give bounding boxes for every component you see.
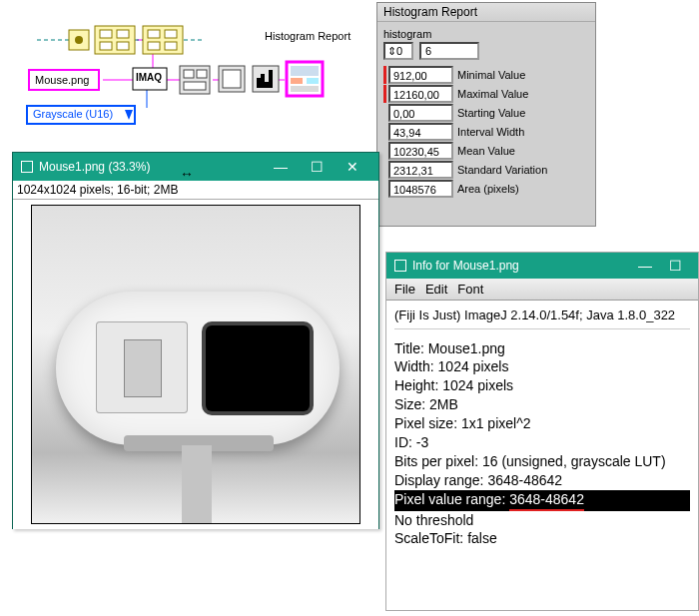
svg-rect-8 <box>148 30 160 38</box>
info-height-row: Height: 1024 pixels <box>394 376 690 395</box>
menu-file[interactable]: File <box>394 282 415 297</box>
hist-row-value[interactable]: 0,00 <box>388 104 453 122</box>
hist-row-value[interactable]: 912,00 <box>388 66 453 84</box>
hist-row-label: Standard Variation <box>455 161 589 179</box>
hist-row-marker <box>383 161 386 179</box>
image-window-subtitle: 1024x1024 pixels; 16-bit; 2MB <box>13 181 378 200</box>
histogram-rows: 912,00Minimal Value12160,00Maximal Value… <box>383 66 589 198</box>
hist-row-value[interactable]: 1048576 <box>388 180 453 198</box>
info-size-row: Size: 2MB <box>394 395 690 414</box>
close-button[interactable]: ✕ <box>335 159 370 175</box>
svg-rect-4 <box>117 30 129 38</box>
svg-rect-5 <box>100 42 112 50</box>
svg-rect-23 <box>291 78 303 84</box>
svg-rect-9 <box>165 30 177 38</box>
minimize-button[interactable]: — <box>630 258 660 274</box>
maximize-button[interactable]: ☐ <box>660 258 690 274</box>
svg-rect-3 <box>100 30 112 38</box>
svg-rect-17 <box>184 82 206 90</box>
hist-row-label: Interval Width <box>455 123 589 141</box>
svg-rect-6 <box>117 42 129 50</box>
image-window-titlebar[interactable]: Mouse1.png (33.3%) — ☐ ✕ <box>13 153 378 181</box>
hist-row-label: Mean Value <box>455 142 589 160</box>
app-icon <box>394 260 406 272</box>
svg-rect-15 <box>184 70 194 78</box>
app-icon <box>21 161 33 173</box>
hist-row-marker <box>383 104 386 122</box>
svg-rect-19 <box>223 70 241 88</box>
hist-row-marker <box>383 85 386 103</box>
hist-row-label: Minimal Value <box>455 66 589 84</box>
info-pixelsize-row: Pixel size: 1x1 pixel^2 <box>394 414 690 433</box>
histogram-subtitle: histogram <box>383 28 589 40</box>
labview-block-diagram: Histogram Report Mouse.png IMAQ Grayscal… <box>25 8 364 128</box>
svg-rect-22 <box>291 66 319 76</box>
info-display-range-row: Display range: 3648-48642 <box>394 471 690 490</box>
info-scalefit-row: ScaleToFit: false <box>394 529 690 548</box>
info-id-row: ID: -3 <box>394 433 690 452</box>
hist-row-value[interactable]: 10230,45 <box>388 142 453 160</box>
hist-row-marker <box>383 66 386 84</box>
minimize-button[interactable]: — <box>263 159 299 175</box>
maximize-button[interactable]: ☐ <box>299 159 335 175</box>
info-meta-line: (Fiji Is Just) ImageJ 2.14.0/1.54f; Java… <box>394 307 690 329</box>
hist-row-marker <box>383 142 386 160</box>
diagram-imaq-label: IMAQ <box>136 72 162 83</box>
info-menu-bar: File Edit Font <box>386 279 698 301</box>
info-window-title: Info for Mouse1.png <box>412 259 519 273</box>
info-bpp-row: Bits per pixel: 16 (unsigned, grayscale … <box>394 452 690 471</box>
svg-rect-24 <box>307 78 319 84</box>
svg-rect-20 <box>253 66 279 92</box>
diagram-histogram-label: Histogram Report <box>265 30 350 42</box>
hist-row-label: Area (pixels) <box>455 180 589 198</box>
hist-row-marker <box>383 180 386 198</box>
info-title-row: Title: Mouse1.png <box>394 339 690 358</box>
info-body: (Fiji Is Just) ImageJ 2.14.0/1.54f; Java… <box>386 301 698 554</box>
stand-stem <box>182 445 212 524</box>
svg-point-1 <box>75 36 83 44</box>
info-width-row: Width: 1024 pixels <box>394 357 690 376</box>
svg-rect-16 <box>197 70 207 78</box>
hist-row-value[interactable]: 2312,31 <box>388 161 453 179</box>
image-window-title: Mouse1.png (33.3%) <box>39 160 150 174</box>
menu-font[interactable]: Font <box>457 282 483 297</box>
menu-edit[interactable]: Edit <box>425 282 447 297</box>
diagram-grayscale-dropdown-label[interactable]: Grayscale (U16) <box>33 108 113 120</box>
hist-row-value[interactable]: 43,94 <box>388 123 453 141</box>
svg-rect-25 <box>291 86 319 92</box>
mouse-xray <box>56 292 340 445</box>
hist-row-label: Starting Value <box>455 104 589 122</box>
image-canvas[interactable] <box>13 200 378 529</box>
histogram-report-panel: Histogram Report histogram ⇕0 6 912,00Mi… <box>376 2 596 227</box>
histogram-count-input[interactable]: 6 <box>419 42 479 60</box>
hist-row-value[interactable]: 12160,00 <box>388 85 453 103</box>
histogram-report-title: Histogram Report <box>377 3 595 22</box>
info-window-titlebar[interactable]: Info for Mouse1.png — ☐ <box>386 253 698 279</box>
image-window: Mouse1.png (33.3%) — ☐ ✕ 1024x1024 pixel… <box>12 152 379 529</box>
pixel-value-range-value: 3648-48642 <box>509 490 584 511</box>
svg-rect-10 <box>148 42 160 50</box>
info-window: Info for Mouse1.png — ☐ File Edit Font (… <box>385 252 699 611</box>
svg-rect-11 <box>165 42 177 50</box>
histogram-index-toggle[interactable]: ⇕0 <box>383 42 413 60</box>
hist-row-marker <box>383 123 386 141</box>
info-threshold-row: No threshold <box>394 511 690 530</box>
diagram-mouse-constant: Mouse.png <box>35 74 89 86</box>
info-pixel-value-range-row: Pixel value range: 3648-48642 <box>394 490 690 511</box>
hist-row-label: Maximal Value <box>455 85 589 103</box>
